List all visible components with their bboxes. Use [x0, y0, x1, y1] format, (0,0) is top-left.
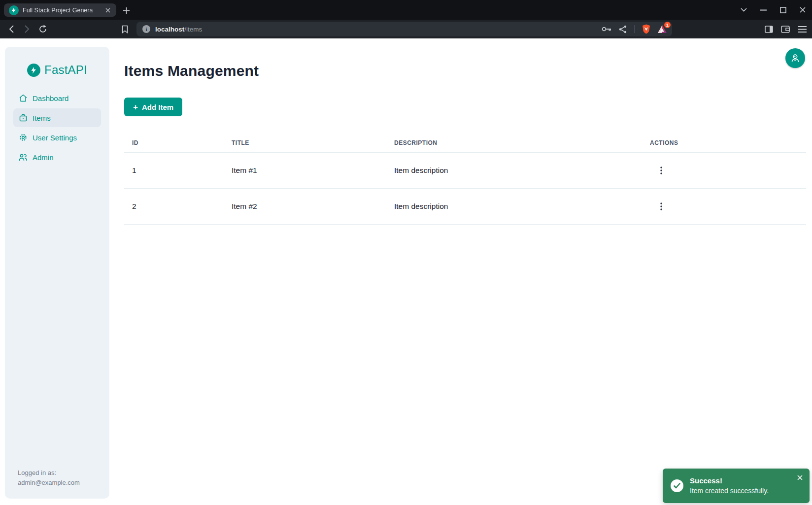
page-title: Items Management [124, 63, 806, 79]
toast-message: Item created successfully. [690, 486, 769, 496]
logged-in-info: Logged in as: admin@example.com [18, 468, 80, 488]
table-header-row: ID TITLE DESCRIPTION ACTIONS [124, 133, 806, 153]
logged-in-label: Logged in as: [18, 468, 80, 478]
fastapi-logo: FastAPI [5, 47, 109, 77]
sidebar-item-label: Items [33, 114, 51, 122]
cell-id: 2 [124, 202, 232, 211]
tab-close-icon[interactable] [103, 6, 112, 15]
gear-icon [19, 134, 27, 142]
sidebar-item-label: Admin [33, 153, 54, 162]
page-content: FastAPI Dashboard Items [0, 38, 812, 505]
logo-text: FastAPI [44, 63, 87, 77]
sidebar: FastAPI Dashboard Items [5, 47, 109, 499]
sidebar-item-dashboard[interactable]: Dashboard [13, 89, 101, 107]
minimize-button[interactable] [757, 3, 770, 16]
close-window-button[interactable] [796, 3, 809, 16]
sidebar-item-label: Dashboard [33, 94, 68, 102]
new-tab-button[interactable] [120, 4, 132, 16]
sidebar-item-items[interactable]: Items [13, 108, 101, 127]
column-header-title: TITLE [232, 139, 394, 146]
cell-id: 1 [124, 166, 232, 175]
browser-window: Full Stack Project Genera [0, 0, 812, 505]
cell-title: Item #1 [232, 166, 394, 175]
url-path: /items [184, 26, 202, 33]
sidebar-item-user-settings[interactable]: User Settings [13, 128, 101, 147]
sidebar-item-admin[interactable]: Admin [13, 148, 101, 167]
cell-title: Item #2 [232, 202, 394, 211]
url-bar[interactable]: i localhost/items [136, 22, 672, 36]
toolbar-separator [634, 25, 635, 33]
row-actions-menu-icon[interactable] [654, 164, 668, 177]
briefcase-icon [19, 114, 27, 122]
reload-button[interactable] [37, 24, 48, 34]
column-header-description: DESCRIPTION [394, 139, 650, 146]
column-header-id: ID [124, 139, 232, 146]
browser-tab[interactable]: Full Stack Project Genera [4, 3, 116, 17]
add-item-label: Add Item [142, 103, 173, 111]
tab-search-chevron-icon[interactable] [737, 3, 750, 16]
table-row: 2 Item #2 Item description [124, 189, 806, 225]
cell-description: Item description [394, 166, 650, 175]
fastapi-favicon-icon [9, 5, 19, 15]
brave-shield-icon[interactable] [641, 24, 651, 34]
sidebar-item-label: User Settings [33, 134, 77, 142]
table-row: 1 Item #1 Item description [124, 153, 806, 189]
share-icon[interactable] [618, 24, 628, 34]
tab-title: Full Stack Project Genera [23, 7, 102, 14]
users-icon [19, 153, 27, 162]
user-icon [790, 53, 801, 64]
url-host: localhost [155, 26, 184, 33]
logged-in-email: admin@example.com [18, 478, 80, 488]
bookmark-icon[interactable] [119, 24, 130, 34]
side-panel-icon[interactable] [764, 24, 774, 34]
success-toast: Success! Item created successfully. [663, 469, 810, 503]
menu-hamburger-icon[interactable] [797, 24, 807, 34]
user-avatar-button[interactable] [785, 48, 805, 68]
maximize-button[interactable] [777, 3, 789, 16]
rewards-badge: 1 [664, 22, 671, 28]
wallet-icon[interactable] [780, 24, 790, 34]
add-item-button[interactable]: + Add Item [124, 98, 182, 116]
row-actions-menu-icon[interactable] [654, 200, 668, 213]
check-circle-icon [671, 479, 683, 492]
tab-strip: Full Stack Project Genera [0, 0, 812, 20]
password-key-icon[interactable] [602, 24, 611, 34]
home-icon [19, 94, 27, 102]
site-info-icon[interactable]: i [142, 25, 150, 33]
main-content: Items Management + Add Item ID TITLE DES… [124, 38, 806, 225]
toast-title: Success! [690, 475, 769, 486]
plus-icon: + [133, 103, 138, 111]
items-table: ID TITLE DESCRIPTION ACTIONS 1 Item #1 I… [124, 133, 806, 225]
brave-rewards-icon[interactable]: 1 [657, 24, 667, 34]
forward-button[interactable] [22, 24, 33, 34]
back-button[interactable] [6, 24, 17, 34]
cell-description: Item description [394, 202, 650, 211]
fastapi-bolt-icon [27, 64, 40, 77]
toast-close-icon[interactable] [795, 472, 805, 482]
url-text[interactable]: localhost/items [155, 26, 202, 33]
column-header-actions: ACTIONS [650, 139, 806, 146]
sidebar-nav: Dashboard Items User Settings [5, 89, 109, 167]
